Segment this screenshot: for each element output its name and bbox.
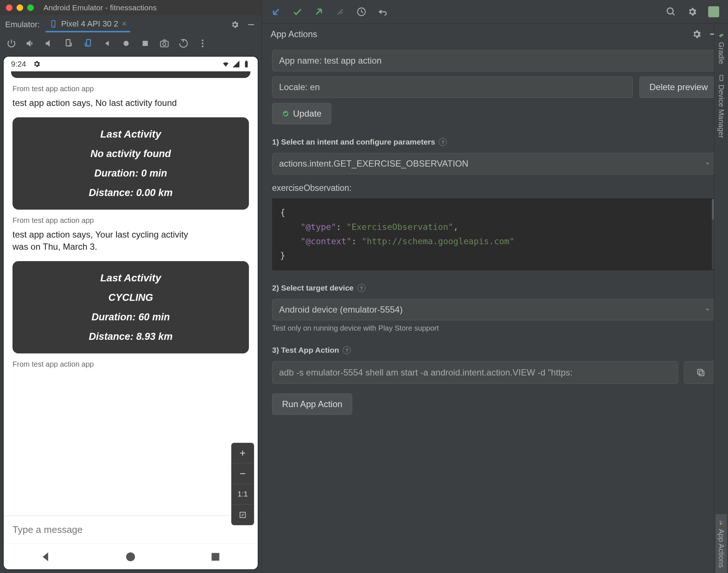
svg-rect-23	[697, 370, 702, 374]
update-button[interactable]: Update	[272, 103, 331, 124]
svg-rect-16	[211, 553, 219, 560]
app-actions-panel: App Actions App name: test app action Lo…	[262, 24, 728, 573]
device-dropdown[interactable]: Android device (emulator-5554)	[272, 299, 718, 320]
rail-gradle[interactable]: Gradle	[715, 26, 727, 69]
emulator-window-title: Android Emulator - fitnessactions	[43, 3, 157, 12]
maximize-window-button[interactable]	[27, 4, 34, 11]
rotate-right-icon[interactable]	[82, 38, 93, 49]
svg-point-28	[722, 523, 723, 524]
message-input-bar	[4, 516, 258, 544]
close-tab-icon[interactable]: ×	[122, 19, 126, 29]
gear-icon[interactable]	[691, 29, 702, 40]
screenshot-icon[interactable]	[159, 38, 170, 49]
delete-preview-button[interactable]: Delete preview	[639, 76, 718, 98]
card-title: Last Activity	[21, 272, 240, 284]
undo-icon[interactable]	[377, 6, 388, 17]
volume-up-icon[interactable]	[25, 38, 36, 49]
chevron-down-icon	[704, 306, 711, 313]
help-icon[interactable]: ?	[357, 284, 365, 292]
assistant-content[interactable]: From test app action app test app action…	[4, 71, 258, 516]
svg-rect-22	[699, 371, 704, 376]
nav-home-icon[interactable]	[124, 550, 137, 563]
help-icon[interactable]: ?	[439, 138, 447, 146]
close-window-button[interactable]	[6, 4, 13, 11]
check-icon[interactable]	[292, 6, 303, 17]
signal-icon	[232, 60, 240, 68]
history-icon[interactable]	[356, 6, 367, 17]
panel-body: App name: test app action Locale: en Del…	[262, 45, 728, 566]
zoom-out-button[interactable]: −	[231, 463, 254, 484]
overview-icon[interactable]	[140, 38, 151, 49]
assistant-response-text: test app action says, No last activity f…	[13, 97, 249, 109]
device-hint: Test only on running device with Play St…	[272, 324, 718, 332]
code-editor[interactable]: { "@type": "ExerciseObservation", "@cont…	[272, 198, 718, 270]
svg-point-10	[202, 43, 204, 45]
message-input[interactable]	[13, 524, 249, 535]
nav-back-icon[interactable]	[39, 550, 53, 563]
run-app-action-button[interactable]: Run App Action	[272, 394, 352, 415]
activity-card: Last Activity CYCLING Duration: 60 min D…	[13, 261, 249, 353]
chevron-down-icon	[704, 160, 711, 167]
card-distance: Distance: 0.00 km	[21, 187, 240, 199]
adb-command-field[interactable]: adb -s emulator-5554 shell am start -a a…	[272, 361, 678, 384]
emulator-title-bar: Android Emulator - fitnessactions	[0, 0, 261, 15]
copy-icon	[696, 368, 706, 377]
volume-down-icon[interactable]	[44, 38, 55, 49]
svg-point-9	[202, 40, 204, 42]
replay-icon[interactable]	[178, 38, 189, 49]
gear-icon[interactable]	[230, 19, 240, 30]
minimize-window-button[interactable]	[17, 4, 23, 11]
more-icon[interactable]	[197, 38, 208, 49]
svg-point-18	[667, 8, 673, 14]
svg-point-1	[53, 26, 54, 26]
traffic-lights	[6, 4, 34, 11]
arrow-merge-icon[interactable]	[335, 6, 346, 17]
emulator-label: Emulator:	[5, 20, 40, 29]
svg-rect-3	[66, 40, 70, 46]
from-app-label: From test app action app	[13, 216, 249, 225]
arrow-up-right-icon[interactable]	[313, 6, 324, 17]
zoom-full-button[interactable]	[231, 505, 254, 525]
from-app-label: From test app action app	[13, 360, 249, 369]
ide-top-toolbar	[262, 0, 728, 24]
status-time: 9:24	[11, 60, 26, 68]
gradle-icon	[718, 32, 725, 39]
power-icon[interactable]	[6, 38, 17, 49]
minimize-icon[interactable]	[246, 19, 256, 30]
from-app-label: From test app action app	[13, 85, 249, 93]
rail-app-actions[interactable]: App Actions	[715, 514, 727, 573]
param-label: exerciseObservation:	[272, 183, 718, 193]
search-icon[interactable]	[665, 6, 677, 17]
android-nav-bar	[4, 544, 258, 569]
svg-rect-24	[720, 75, 722, 81]
rail-device-manager[interactable]: Device Manager	[715, 69, 727, 143]
emulator-device-tab[interactable]: Pixel 4 API 30 2 ×	[46, 17, 130, 32]
android-status-bar: 9:24	[4, 57, 258, 71]
arrow-down-left-icon[interactable]	[271, 6, 282, 17]
battery-icon	[242, 60, 250, 68]
card-title: Last Activity	[21, 128, 240, 140]
home-icon[interactable]	[121, 38, 132, 49]
section-3-label: 3) Test App Action ?	[272, 346, 718, 355]
assistant-icon	[718, 519, 725, 526]
svg-line-19	[672, 13, 675, 15]
zoom-fit-button[interactable]: 1:1	[231, 484, 254, 505]
rotate-left-icon[interactable]	[63, 38, 74, 49]
nav-overview-icon[interactable]	[209, 550, 222, 563]
emulator-tab-bar: Emulator: Pixel 4 API 30 2 ×	[0, 15, 261, 34]
activity-card: Last Activity No activity found Duration…	[13, 117, 249, 210]
intent-dropdown[interactable]: actions.intent.GET_EXERCISE_OBSERVATION	[272, 153, 718, 174]
back-icon[interactable]	[101, 38, 113, 49]
locale-field[interactable]: Locale: en	[272, 76, 633, 98]
gear-icon[interactable]	[687, 6, 698, 17]
zoom-controls: + − 1:1	[231, 443, 254, 525]
emulator-window: Android Emulator - fitnessactions Emulat…	[0, 0, 262, 573]
app-name-field[interactable]: App name: test app action	[272, 50, 718, 71]
help-icon[interactable]: ?	[343, 346, 351, 354]
assistant-response-text: test app action says, Your last cycling …	[13, 228, 204, 253]
svg-rect-6	[143, 41, 148, 46]
gear-icon	[33, 60, 41, 68]
copy-button[interactable]	[684, 361, 718, 384]
user-avatar[interactable]	[708, 6, 719, 17]
zoom-in-button[interactable]: +	[231, 443, 254, 463]
